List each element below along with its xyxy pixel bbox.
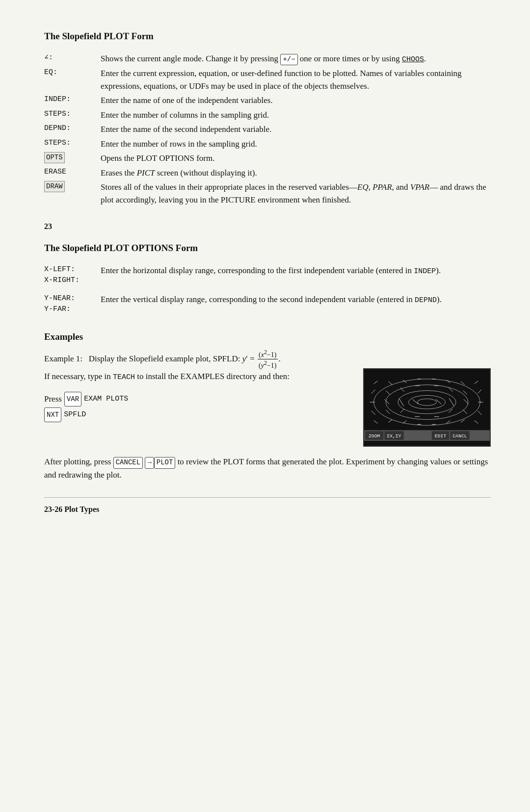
page-number: 23 <box>44 221 491 232</box>
field-desc-erase: Erases the PICT screen (without displayi… <box>101 166 491 180</box>
options-form-section: The Slopefield PLOT OPTIONS Form X-LEFT:… <box>44 241 491 316</box>
spfld-text: SPFLD <box>64 407 86 422</box>
opts-box: OPTS <box>44 152 65 163</box>
svg-text:ΣX,ΣY: ΣX,ΣY <box>387 433 401 439</box>
fraction-numerator: (x2−1) <box>258 349 277 359</box>
fraction-denominator: (y2−1) <box>258 359 277 370</box>
table-row: DEPND: Enter the name of the second inde… <box>44 122 491 137</box>
press-block: Press VAR EXAM PLOTS NXT SPFLD <box>44 391 348 422</box>
table-row: ERASE Erases the PICT screen (without di… <box>44 166 491 180</box>
examples-section: Examples Example 1: Display the Slopefie… <box>44 330 491 447</box>
plot-form-title: The Slopefield PLOT Form <box>44 29 491 44</box>
field-name-depnd: DEPND: <box>44 122 101 137</box>
field-desc-eq: Enter the current expression, equation, … <box>101 66 491 93</box>
nxt-key: NXT <box>44 407 61 422</box>
field-desc-steps2: Enter the number of rows in the sampling… <box>101 137 491 152</box>
example-1-row: Example 1: Display the Slopefield exampl… <box>44 349 491 447</box>
table-row: STEPS: Enter the number of rows in the s… <box>44 137 491 152</box>
field-desc-steps1: Enter the number of columns in the sampl… <box>101 108 491 123</box>
field-name-erase: ERASE <box>44 166 101 180</box>
footer-text: 23-26 Plot Types <box>44 505 99 513</box>
field-name-steps2: STEPS: <box>44 137 101 152</box>
plot-form-table: ∠: Shows the current angle mode. Change … <box>44 51 491 207</box>
draw-box: DRAW <box>44 181 65 192</box>
options-form-title: The Slopefield PLOT OPTIONS Form <box>44 241 491 255</box>
options-form-table: X-LEFT:X-RIGHT: Enter the horizontal dis… <box>44 263 491 316</box>
field-name-indep: INDEP: <box>44 93 101 108</box>
plot-svg: ZOOM ΣX,ΣY EDIT CANCL <box>364 369 490 446</box>
field-name-opts: OPTS <box>44 151 101 166</box>
field-desc-opts: Opens the PLOT OPTIONS form. <box>101 151 491 166</box>
choos-text: CHOOS <box>402 55 424 64</box>
table-row: INDEP: Enter the name of one of the inde… <box>44 93 491 108</box>
field-name-xleft-xright: X-LEFT:X-RIGHT: <box>44 263 101 287</box>
exam-plots-text: EXAM PLOTS <box>84 392 128 406</box>
field-name-draw: DRAW <box>44 180 101 207</box>
press-line-1: Press VAR EXAM PLOTS <box>44 391 348 407</box>
pict-italic: PICT <box>137 168 155 178</box>
plot-key: PLOT <box>154 457 176 469</box>
field-desc-draw: Stores all of the values in their approp… <box>101 180 491 207</box>
table-row: ∠: Shows the current angle mode. Change … <box>44 51 491 67</box>
cancel-key: CANCEL <box>113 457 143 469</box>
field-desc-angle: Shows the current angle mode. Change it … <box>101 51 491 67</box>
table-row: STEPS: Enter the number of columns in th… <box>44 108 491 123</box>
table-row <box>44 287 491 292</box>
field-name-angle: ∠: <box>44 51 101 67</box>
field-desc-depnd: Enter the name of the second independent… <box>101 122 491 137</box>
field-desc-xleft-xright: Enter the horizontal display range, corr… <box>101 263 491 287</box>
y-prime-text: y <box>242 354 246 363</box>
page-footer: 23-26 Plot Types <box>44 497 491 515</box>
field-name-ynear-yfar: Y-NEAR:Y-FAR: <box>44 292 101 316</box>
right-arrow-key: → <box>145 457 154 469</box>
svg-text:CANCL: CANCL <box>452 433 467 439</box>
after-text: After plotting, press CANCEL →PLOT to re… <box>44 456 491 482</box>
math-fraction: (x2−1) (y2−1) <box>258 349 277 370</box>
svg-text:ZOOM: ZOOM <box>369 433 380 439</box>
plus-minus-key: +/− <box>280 54 297 65</box>
teach-text: TEACH <box>113 373 135 381</box>
table-row: DRAW Stores all of the values in their a… <box>44 180 491 207</box>
press-label: Press <box>44 391 62 407</box>
svg-text:EDIT: EDIT <box>435 433 447 439</box>
var-key: VAR <box>64 392 81 406</box>
field-name-steps1: STEPS: <box>44 108 101 123</box>
press-line-2: NXT SPFLD <box>44 407 348 422</box>
field-desc-ynear-yfar: Enter the vertical display range, corres… <box>101 292 491 316</box>
examples-title: Examples <box>44 330 491 344</box>
table-row: Y-NEAR:Y-FAR: Enter the vertical display… <box>44 292 491 316</box>
field-name-eq: EQ: <box>44 66 101 93</box>
example-1-text: Example 1: Display the Slopefield exampl… <box>44 349 348 422</box>
example-1-label: Example 1: Display the Slopefield exampl… <box>44 349 348 383</box>
slopefield-plot: ZOOM ΣX,ΣY EDIT CANCL <box>363 368 491 447</box>
table-row: OPTS Opens the PLOT OPTIONS form. <box>44 151 491 166</box>
table-row: X-LEFT:X-RIGHT: Enter the horizontal dis… <box>44 263 491 287</box>
plot-form-section: The Slopefield PLOT Form ∠: Shows the cu… <box>44 29 491 207</box>
table-row: EQ: Enter the current expression, equati… <box>44 66 491 93</box>
example-1-label-text: Example 1: <box>44 354 82 363</box>
field-desc-indep: Enter the name of one of the independent… <box>101 93 491 108</box>
